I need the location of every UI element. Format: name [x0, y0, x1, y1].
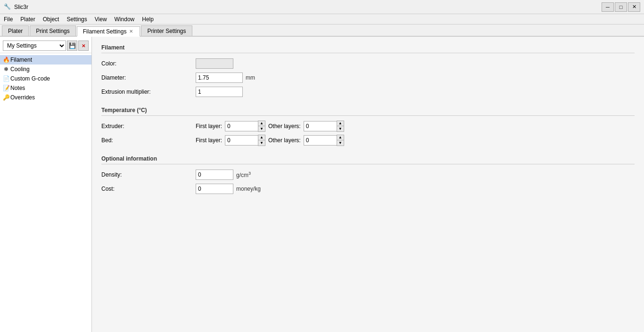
- bed-temp-group: First layer: ▲ ▼ Other layers: ▲ ▼: [196, 135, 344, 146]
- bed-row: Bed: First layer: ▲ ▼ Other layers:: [101, 135, 635, 146]
- settings-row: My Settings 💾 ✕: [0, 39, 91, 53]
- menubar: File Plater Object Settings View Window …: [0, 14, 644, 24]
- sidebar-item-notes-label: Notes: [10, 85, 25, 91]
- notes-icon: 📝: [3, 85, 9, 91]
- maximize-button[interactable]: □: [615, 2, 627, 12]
- temperature-section: Temperature (°C) Extruder: First layer: …: [101, 107, 635, 146]
- overrides-icon: 🔑: [3, 94, 9, 101]
- extruder-temp-group: First layer: ▲ ▼ Other layers: ▲ ▼: [196, 121, 344, 132]
- delete-settings-button[interactable]: ✕: [78, 40, 89, 51]
- bed-other-layers-spinner-btns: ▲ ▼: [337, 135, 344, 146]
- tab-filament-close-icon[interactable]: ✕: [128, 29, 134, 34]
- tab-filament-settings[interactable]: Filament Settings ✕: [77, 26, 140, 37]
- temperature-section-title: Temperature (°C): [101, 107, 635, 116]
- extrusion-row: Extrusion multiplier: 1: [101, 86, 635, 97]
- sidebar-item-overrides-label: Overrides: [10, 94, 35, 101]
- diameter-row: Diameter: 1.75 mm: [101, 72, 635, 83]
- extrusion-input[interactable]: 1: [196, 87, 243, 97]
- save-icon: 💾: [69, 42, 76, 49]
- tab-printer-settings-label: Printer Settings: [147, 28, 186, 34]
- delete-icon: ✕: [82, 43, 85, 49]
- custom-gcode-icon: 📄: [3, 75, 9, 82]
- optional-section-title: Optional information: [101, 155, 635, 164]
- sidebar-item-custom-gcode[interactable]: 📄 Custom G-code: [0, 74, 91, 83]
- minimize-button[interactable]: ─: [602, 2, 614, 12]
- extruder-other-layers-input[interactable]: [304, 121, 337, 131]
- menu-window[interactable]: Window: [111, 14, 139, 24]
- sidebar-item-overrides[interactable]: 🔑 Overrides: [0, 93, 91, 102]
- tab-printer-settings[interactable]: Printer Settings: [141, 25, 192, 36]
- extruder-first-layer-down[interactable]: ▼: [258, 126, 265, 131]
- color-picker[interactable]: [196, 58, 233, 69]
- bed-first-layer-spinner-btns: ▲ ▼: [258, 135, 265, 146]
- main-layout: My Settings 💾 ✕ 🔥 Filament ❄ Cooling 📄 C…: [0, 37, 644, 332]
- extruder-first-layer-spinner-btns: ▲ ▼: [258, 121, 265, 132]
- tab-plater[interactable]: Plater: [2, 25, 29, 36]
- density-input[interactable]: [196, 170, 233, 180]
- sidebar-item-filament-label: Filament: [10, 57, 32, 63]
- extrusion-label: Extrusion multiplier:: [101, 89, 196, 95]
- tab-filament-settings-label: Filament Settings: [83, 28, 127, 35]
- menu-object[interactable]: Object: [39, 14, 63, 24]
- bed-other-layers-spinner: ▲ ▼: [304, 135, 344, 146]
- optional-section: Optional information Density: g/cm3 Cost…: [101, 155, 635, 194]
- density-label: Density:: [101, 171, 196, 178]
- extruder-first-layer-spinner: ▲ ▼: [225, 121, 265, 132]
- diameter-label: Diameter:: [101, 74, 196, 81]
- diameter-unit: mm: [246, 74, 255, 81]
- content-area: Filament Color: Diameter: 1.75 mm Extrus…: [92, 37, 644, 332]
- density-row: Density: g/cm3: [101, 169, 635, 180]
- sidebar-item-filament[interactable]: 🔥 Filament: [0, 55, 91, 65]
- color-row: Color:: [101, 58, 635, 69]
- filament-section-title: Filament: [101, 44, 635, 53]
- color-label: Color:: [101, 60, 196, 67]
- bed-other-layers-up[interactable]: ▲: [337, 135, 344, 140]
- filament-icon: 🔥: [3, 57, 9, 63]
- app-title: Slic3r: [14, 4, 602, 10]
- extruder-row: Extruder: First layer: ▲ ▼ Other layers:: [101, 121, 635, 132]
- bed-other-layers-down[interactable]: ▼: [337, 140, 344, 146]
- sidebar-item-notes[interactable]: 📝 Notes: [0, 83, 91, 93]
- sidebar: My Settings 💾 ✕ 🔥 Filament ❄ Cooling 📄 C…: [0, 37, 92, 332]
- bed-first-layer-label: First layer:: [196, 137, 222, 144]
- bed-first-layer-input[interactable]: [225, 135, 258, 146]
- menu-help[interactable]: Help: [138, 14, 157, 24]
- extruder-label: Extruder:: [101, 123, 196, 130]
- app-icon: 🔧: [4, 3, 11, 11]
- cost-unit: money/kg: [236, 186, 261, 192]
- extruder-first-layer-up[interactable]: ▲: [258, 121, 265, 126]
- bed-first-layer-up[interactable]: ▲: [258, 135, 265, 140]
- cost-input[interactable]: [196, 184, 233, 194]
- close-button[interactable]: ✕: [628, 2, 640, 12]
- extruder-other-layers-up[interactable]: ▲: [337, 121, 344, 126]
- menu-file[interactable]: File: [0, 14, 17, 24]
- menu-plater[interactable]: Plater: [17, 14, 39, 24]
- tab-plater-label: Plater: [8, 28, 23, 34]
- tab-print-settings[interactable]: Print Settings: [30, 25, 75, 36]
- titlebar: 🔧 Slic3r ─ □ ✕: [0, 0, 644, 14]
- save-settings-button[interactable]: 💾: [67, 40, 77, 51]
- bed-first-layer-spinner: ▲ ▼: [225, 135, 265, 146]
- extruder-other-layers-label: Other layers:: [268, 123, 301, 130]
- bed-label: Bed:: [101, 137, 196, 144]
- window-controls: ─ □ ✕: [602, 2, 640, 12]
- diameter-input[interactable]: 1.75: [196, 73, 243, 83]
- cost-row: Cost: money/kg: [101, 183, 635, 194]
- cooling-icon: ❄: [3, 66, 9, 73]
- extruder-other-layers-down[interactable]: ▼: [337, 126, 344, 131]
- sidebar-item-cooling-label: Cooling: [10, 66, 30, 73]
- bed-other-layers-label: Other layers:: [268, 137, 301, 144]
- density-unit: g/cm3: [236, 171, 251, 178]
- settings-dropdown[interactable]: My Settings: [3, 40, 66, 51]
- bed-other-layers-input[interactable]: [304, 135, 337, 146]
- cost-label: Cost:: [101, 186, 196, 192]
- menu-settings[interactable]: Settings: [63, 14, 91, 24]
- sidebar-item-custom-gcode-label: Custom G-code: [10, 75, 50, 82]
- menu-view[interactable]: View: [91, 14, 111, 24]
- sidebar-item-cooling[interactable]: ❄ Cooling: [0, 65, 91, 74]
- bed-first-layer-down[interactable]: ▼: [258, 140, 265, 146]
- extruder-first-layer-input[interactable]: [225, 121, 258, 131]
- extruder-other-layers-spinner: ▲ ▼: [304, 121, 344, 132]
- filament-section: Filament Color: Diameter: 1.75 mm Extrus…: [101, 44, 635, 97]
- extruder-first-layer-label: First layer:: [196, 123, 222, 130]
